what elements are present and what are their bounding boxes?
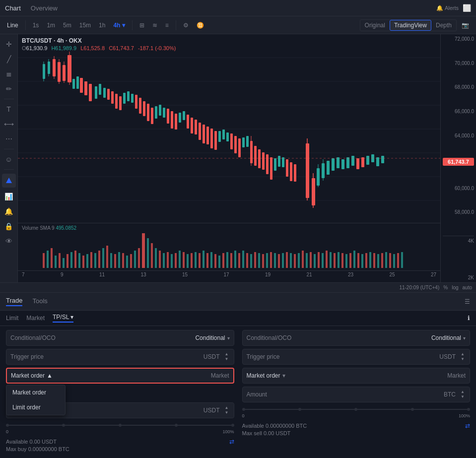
alert-tool[interactable]: 🔔 — [3, 205, 15, 217]
svg-rect-68 — [266, 154, 269, 174]
screenshot-icon[interactable]: 📷 — [459, 20, 472, 31]
svg-rect-136 — [199, 253, 201, 268]
buy-amount-down[interactable]: ▼ — [224, 410, 230, 415]
chart-area: ✛ ╱ ≣ ✏ T ⟷ ⋯ ☺ 📊 🔔 🔒 👁 BTC/USDT · 4h · … — [0, 34, 476, 282]
svg-rect-122 — [142, 233, 145, 268]
line-tool[interactable]: Line — [4, 20, 21, 31]
order-tpsl-tab[interactable]: TP/SL ▾ — [53, 314, 73, 323]
log-label[interactable]: log — [452, 285, 458, 290]
sell-trigger-spinner[interactable]: ▲ ▼ — [460, 352, 466, 362]
chart-line-icon[interactable]: ≋ — [149, 20, 160, 31]
chart-bars-icon[interactable]: ⊞ — [136, 20, 147, 31]
buy-trigger-spinner[interactable]: ▲ ▼ — [224, 352, 230, 362]
measure-tool[interactable]: ⟷ — [3, 118, 15, 130]
chart-timestamp: 11-20:09 (UTC+4) — [399, 285, 439, 290]
chart-depth-btn[interactable]: Depth — [431, 20, 456, 31]
text-tool[interactable]: T — [3, 103, 15, 115]
sell-conditional-value: Conditional — [431, 334, 461, 341]
sell-conditional-select[interactable]: Conditional/OCO Conditional ▾ — [242, 330, 471, 346]
dropdown-market-order[interactable]: Market order — [6, 385, 65, 400]
buy-slider-dot-4[interactable] — [231, 424, 234, 427]
sell-amount-field[interactable]: Amount BTC ▲ ▼ — [242, 387, 471, 402]
sell-amount-up[interactable]: ▲ — [460, 390, 466, 394]
tf-1s[interactable]: 1s — [30, 20, 42, 31]
sell-market-order-field[interactable]: Market order ▾ Market — [242, 368, 471, 384]
sell-trigger-price-field[interactable]: Trigger price USDT ▲ ▼ — [242, 349, 471, 365]
percent-label[interactable]: % — [443, 285, 448, 290]
svg-rect-124 — [151, 243, 153, 268]
buy-trigger-price-field[interactable]: Trigger price USDT ▲ ▼ — [6, 349, 234, 365]
draw-tool[interactable]: ✏ — [3, 83, 15, 95]
top-nav: Chart Overview 🔔 Alerts ⬜ — [0, 0, 476, 16]
settings-trade-icon[interactable]: ☰ — [465, 298, 470, 305]
lock-tool[interactable]: 🔒 — [3, 220, 15, 232]
buy-slider-dot-0[interactable] — [6, 424, 9, 427]
indicator-tool[interactable]: 📊 — [3, 191, 15, 202]
svg-rect-163 — [306, 253, 308, 268]
tf-15m[interactable]: 15m — [76, 20, 94, 31]
chart-area-icon[interactable]: ≡ — [162, 20, 172, 31]
svg-rect-51 — [203, 125, 205, 143]
svg-rect-40 — [159, 105, 161, 116]
alerts-btn[interactable]: 🔔 Alerts — [436, 5, 459, 11]
tf-4h[interactable]: 4h ▾ — [110, 20, 128, 31]
tf-1h[interactable]: 1h — [96, 20, 108, 31]
tf-5m[interactable]: 5m — [60, 20, 74, 31]
sell-trigger-up[interactable]: ▲ — [460, 352, 466, 357]
sell-trigger-down[interactable]: ▼ — [460, 357, 466, 362]
compare-icon[interactable]: ♊ — [194, 20, 207, 31]
sell-slider-dot-2[interactable] — [354, 408, 357, 411]
svg-rect-129 — [171, 254, 173, 268]
multi-line-tool[interactable]: ≣ — [3, 68, 15, 80]
tf-1m[interactable]: 1m — [44, 20, 58, 31]
svg-rect-25 — [99, 84, 101, 95]
sell-slider-dot-4[interactable] — [467, 408, 470, 411]
buy-slider-dot-3[interactable] — [175, 424, 178, 427]
crosshair-tool[interactable]: ✛ — [3, 38, 15, 50]
nav-chart[interactable]: Chart — [5, 4, 21, 12]
svg-rect-103 — [67, 254, 68, 268]
tab-trade[interactable]: Trade — [6, 297, 22, 306]
buy-amount-up[interactable]: ▲ — [224, 405, 230, 410]
window-controls[interactable]: ⬜ — [463, 4, 471, 12]
sell-slider-dot-1[interactable] — [298, 408, 301, 411]
buy-amount-spinner[interactable]: ▲ ▼ — [224, 405, 230, 415]
buy-conditional-select[interactable]: Conditional/OCO Conditional ▾ — [6, 330, 234, 346]
svg-rect-155 — [274, 253, 276, 268]
sell-transfer-icon[interactable]: ⇄ — [465, 422, 470, 429]
dropdown-limit-order[interactable]: Limit order — [6, 400, 65, 415]
order-type-row: Limit Market TP/SL ▾ ℹ — [0, 311, 476, 326]
chart-original-btn[interactable]: Original — [360, 20, 390, 31]
auto-label[interactable]: auto — [463, 285, 472, 290]
emoji-tool[interactable]: ☺ — [3, 153, 15, 165]
eye-tool[interactable]: 👁 — [3, 235, 15, 247]
svg-rect-145 — [234, 251, 236, 268]
order-market-tab[interactable]: Market — [26, 315, 45, 322]
buy-trigger-down[interactable]: ▼ — [224, 357, 230, 362]
buy-trigger-up[interactable]: ▲ — [224, 352, 230, 357]
fibonacci-tool[interactable]: ⋯ — [3, 133, 15, 145]
settings-icon[interactable]: ⚙ — [180, 20, 192, 31]
chart-bottom-bar: 11-20:09 (UTC+4) % log auto — [0, 282, 476, 292]
sell-slider-dot-0[interactable] — [242, 408, 245, 411]
buy-market-order-right: Market — [211, 372, 229, 379]
svg-rect-35 — [139, 98, 141, 114]
sell-slider-dot-3[interactable] — [411, 408, 414, 411]
svg-rect-19 — [72, 79, 75, 89]
chart-tradingview-btn[interactable]: TradingView — [390, 20, 431, 31]
svg-rect-154 — [270, 252, 272, 268]
svg-rect-62 — [246, 136, 249, 147]
buy-market-order-btn[interactable]: Market order ▲ Market — [6, 368, 234, 384]
nav-overview[interactable]: Overview — [31, 4, 58, 12]
sell-amount-spinner[interactable]: ▲ ▼ — [460, 390, 466, 399]
buy-slider-dot-2[interactable] — [119, 424, 122, 427]
info-icon[interactable]: ℹ — [468, 315, 470, 322]
svg-rect-41 — [163, 108, 165, 118]
buy-transfer-icon[interactable]: ⇄ — [229, 438, 234, 445]
svg-rect-166 — [318, 252, 320, 268]
tab-tools[interactable]: Tools — [32, 297, 47, 306]
trend-line-tool[interactable]: ╱ — [3, 53, 15, 65]
order-limit-tab[interactable]: Limit — [6, 315, 18, 322]
buy-slider-dot-1[interactable] — [62, 424, 65, 427]
sell-amount-down[interactable]: ▼ — [460, 394, 466, 399]
